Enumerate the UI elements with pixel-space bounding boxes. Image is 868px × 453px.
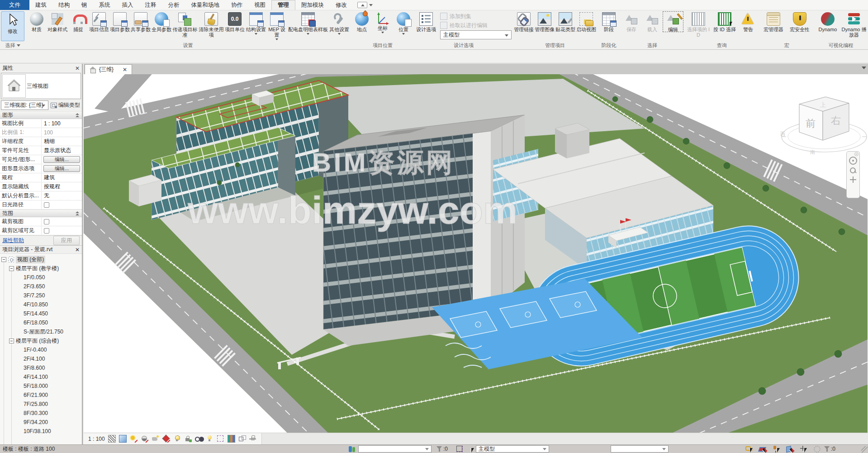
section-extents[interactable]: 范围 [0,210,82,217]
tab-systems[interactable]: 系统 [93,0,116,10]
close-icon[interactable]: ✕ [75,247,80,253]
decal-types-button[interactable]: 贴花类型 [555,11,576,32]
rendering-dialog-icon[interactable] [152,435,159,443]
tree-group-floor-plans-teaching[interactable]: 楼层平面 (教学楼) [0,264,82,273]
crop-view-icon[interactable] [162,435,170,443]
tab-analyze[interactable]: 分析 [162,0,185,10]
viewcube-right-face[interactable]: 右 [831,115,841,126]
tab-insert[interactable]: 插入 [116,0,139,10]
sun-path-checkbox[interactable] [44,202,49,208]
tab-addins[interactable]: 附加模块 [295,0,330,10]
viewcube-top-face[interactable]: 上 [820,101,826,108]
warnings-button[interactable]: 警告 [738,11,759,32]
viewcube-front-face[interactable]: 前 [806,118,816,129]
design-options-icon[interactable] [456,445,464,453]
position-button[interactable]: 位置 [393,11,414,35]
tree-item-level[interactable]: 1F/-0.400 [0,345,82,354]
edit-button[interactable]: 编辑... [43,156,80,163]
close-icon[interactable]: ✕ [75,65,80,72]
tab-modify[interactable]: 修改 [330,0,353,10]
tree-item-level[interactable]: 10F/38.100 [0,427,82,436]
project-units-button[interactable]: 0.0项目单位 [224,11,245,32]
detail-level-icon[interactable] [108,435,116,443]
editable-only-filter[interactable]: :0 [436,445,448,453]
tab-collaborate[interactable]: 协作 [225,0,248,10]
additional-settings-button[interactable]: 其他设置 [329,11,350,35]
reveal-hidden-elements-icon[interactable] [206,435,213,443]
structural-settings-button[interactable]: 结构设置 [246,11,266,35]
tree-item-level[interactable]: S-屋面层/21.750 [0,327,82,336]
tree-item-level[interactable]: 8F/30.300 [0,409,82,418]
active-design-option-dropdown[interactable]: 主模型 [440,30,512,39]
dynamo-player-button[interactable]: Dynamo 播放器 [841,11,867,38]
manage-links-button[interactable]: 管理链接 [513,11,534,32]
saved-selection-dropdown[interactable] [611,445,669,453]
collapse-box-icon[interactable] [1,257,6,262]
panel-label-select[interactable]: 选择 [1,42,24,49]
tree-item-level[interactable]: 3F/8.600 [0,363,82,372]
coordinates-button[interactable]: 坐标 [372,11,393,33]
close-icon[interactable]: ✕ [123,67,127,73]
worksets-icon[interactable] [348,445,355,453]
tree-item-level[interactable]: 3F/7.250 [0,291,82,300]
tab-manage[interactable]: 管理 [271,0,295,10]
close-icon[interactable]: × [854,152,859,156]
global-parameters-button[interactable]: 全局参数 [151,11,172,32]
shadows-icon[interactable] [141,435,148,443]
location-button[interactable]: 地点 [351,11,372,32]
drag-on-selection-toggle[interactable] [800,445,812,453]
edit-button[interactable]: 编辑... [43,165,80,172]
tab-steel[interactable]: 钢 [76,0,93,10]
tab-architecture[interactable]: 建筑 [29,0,52,10]
active-design-option-dropdown[interactable]: 主模型 [476,445,549,453]
tree-item-level[interactable]: 5F/18.000 [0,381,82,391]
tree-item-level[interactable]: 6F/18.050 [0,318,82,327]
design-options-button[interactable]: 设计选项 [416,11,436,32]
project-parameters-button[interactable]: 项目参数 [109,11,130,32]
dynamo-button[interactable]: Dynamo [815,11,841,32]
collapse-box-icon[interactable] [9,266,14,271]
select-links-toggle[interactable] [745,445,758,453]
crop-region-visible-checkbox[interactable] [44,228,49,234]
locked-3d-view-icon[interactable] [184,435,192,443]
type-selector-dropdown[interactable]: 三维视图: {三维} [1,100,48,110]
edit-type-button[interactable]: 编辑类型 [50,101,81,109]
show-crop-region-icon[interactable] [173,435,181,443]
displacement-sets-icon[interactable] [238,435,246,443]
tab-massing-site[interactable]: 体量和场地 [185,0,226,10]
active-workset-dropdown[interactable] [358,445,432,453]
phases-button[interactable]: 阶段 [598,11,619,32]
tree-item-views-root[interactable]: 视图 (全部) [0,255,82,264]
tree-item-level[interactable]: 2F/3.650 [0,282,82,291]
type-selector[interactable]: 三维视图 [1,73,81,99]
tab-overflow-icon[interactable] [862,67,866,69]
tree-item-level[interactable]: 2F/4.100 [0,354,82,363]
materials-button[interactable]: 材质 [26,11,47,32]
snaps-button[interactable]: 捕捉 [68,11,89,32]
file-tab[interactable]: 文件 [0,0,29,10]
zoom-icon[interactable] [849,167,857,174]
selection-filter[interactable]: :0 [824,445,835,453]
select-by-id-button[interactable]: 按 ID 选择 [711,11,738,32]
pan-icon[interactable] [850,176,856,183]
select-by-face-toggle[interactable] [786,445,799,453]
tree-item-level[interactable]: 1F/0.050 [0,273,82,282]
transfer-project-standards-button[interactable]: 传递项目标准 [172,11,198,38]
view-tab-3d[interactable]: {三维} ✕ [85,64,132,74]
select-underlay-toggle[interactable] [759,445,772,453]
visual-style-icon[interactable] [119,435,127,443]
tree-item-level[interactable]: 7F/25.800 [0,400,82,409]
tree-item-level[interactable]: 9F/34.200 [0,418,82,427]
tree-item-level[interactable]: 6F/21.900 [0,391,82,400]
panel-schedule-templates-button[interactable]: 配电盘明细表样板 [287,11,329,35]
select-pinned-toggle[interactable] [773,445,785,453]
tree-group-floor-plans-complex[interactable]: 楼层平面 (综合楼) [0,336,82,345]
collapse-box-icon[interactable] [9,339,14,343]
analytical-model-icon[interactable] [228,435,235,443]
purge-unused-button[interactable]: 清除未使用项 [198,11,224,38]
sun-path-icon[interactable] [130,435,138,443]
modify-button[interactable]: 修改 [1,11,24,41]
edit-selection-button[interactable]: 编辑 [663,11,683,32]
tree-item-level[interactable]: 4F/10.850 [0,300,82,309]
reveal-constraints-icon[interactable] [249,435,257,443]
